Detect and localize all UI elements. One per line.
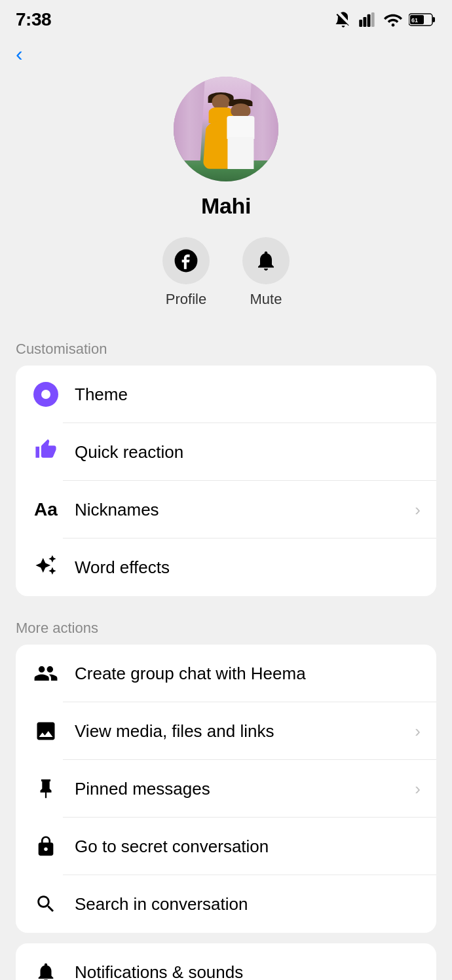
- word-effects-icon-container: [31, 553, 60, 582]
- media-icon: [34, 719, 58, 743]
- more-actions-title: More actions: [16, 620, 436, 637]
- group-icon: [33, 661, 58, 686]
- pinned-messages-chevron: ›: [415, 779, 421, 799]
- back-arrow[interactable]: ‹: [16, 42, 23, 66]
- profile-section: Mahi Profile Mute: [0, 70, 452, 328]
- notifications-icon-container: [31, 958, 60, 980]
- customisation-title: Customisation: [16, 341, 436, 358]
- customisation-section: Customisation Theme Quick reaction: [0, 328, 452, 607]
- more-actions-list: Create group chat with Heema View media,…: [16, 645, 436, 933]
- pin-icon: [35, 778, 57, 800]
- lock-icon-container: [31, 832, 60, 861]
- signal-icon: [359, 12, 377, 27]
- theme-list-item[interactable]: Theme: [16, 366, 436, 423]
- notifications-sounds-label: Notifications & sounds: [75, 962, 421, 981]
- group-icon-container: [31, 659, 60, 688]
- status-bar: 7:38 61: [0, 0, 452, 35]
- theme-icon-container: [31, 380, 60, 409]
- bell-outline-icon: [35, 961, 57, 980]
- svg-rect-3: [371, 12, 375, 27]
- profile-action-button[interactable]: Profile: [162, 237, 210, 308]
- profile-name: Mahi: [201, 193, 251, 219]
- view-media-list-item[interactable]: View media, files and links ›: [16, 702, 436, 760]
- nicknames-list-item[interactable]: Aa Nicknames ›: [16, 481, 436, 538]
- svg-rect-1: [363, 17, 366, 27]
- quick-reaction-icon-container: [31, 438, 60, 466]
- mute-icon: [334, 10, 352, 29]
- wifi-icon: [384, 12, 402, 27]
- profile-action-circle: [162, 237, 210, 284]
- status-icons: 61: [334, 10, 436, 29]
- create-group-label: Create group chat with Heema: [75, 664, 421, 684]
- quick-reaction-list-item[interactable]: Quick reaction: [16, 423, 436, 481]
- status-time: 7:38: [16, 9, 51, 30]
- theme-label: Theme: [75, 385, 421, 405]
- nicknames-icon-container: Aa: [31, 495, 60, 524]
- pinned-messages-list-item[interactable]: Pinned messages ›: [16, 760, 436, 818]
- quick-reaction-label: Quick reaction: [75, 442, 421, 462]
- nicknames-chevron: ›: [415, 500, 421, 520]
- mute-action-label: Mute: [250, 291, 282, 308]
- more-actions-section: More actions Create group chat with Heem…: [0, 607, 452, 943]
- view-media-chevron: ›: [415, 721, 421, 742]
- svg-rect-5: [432, 17, 435, 22]
- battery-icon: 61: [409, 12, 436, 27]
- search-icon: [35, 893, 57, 915]
- media-icon-container: [31, 717, 60, 745]
- sparkle-icon: [35, 554, 57, 581]
- notifications-sounds-list-item[interactable]: Notifications & sounds: [16, 943, 436, 980]
- secret-conversation-list-item[interactable]: Go to secret conversation: [16, 818, 436, 875]
- bell-icon: [254, 249, 278, 273]
- partial-section: Notifications & sounds: [0, 943, 452, 980]
- lock-icon: [35, 835, 57, 857]
- svg-text:61: 61: [411, 17, 418, 24]
- action-buttons: Profile Mute: [162, 237, 290, 308]
- customisation-list: Theme Quick reaction Aa Nicknames ›: [16, 366, 436, 596]
- svg-rect-2: [367, 14, 371, 27]
- avatar[interactable]: [174, 77, 278, 181]
- facebook-icon: [174, 248, 198, 273]
- view-media-label: View media, files and links: [75, 721, 415, 742]
- secret-conversation-label: Go to secret conversation: [75, 837, 421, 857]
- search-conversation-list-item[interactable]: Search in conversation: [16, 875, 436, 933]
- pinned-messages-label: Pinned messages: [75, 779, 415, 799]
- search-icon-container: [31, 890, 60, 918]
- create-group-list-item[interactable]: Create group chat with Heema: [16, 645, 436, 702]
- svg-rect-0: [359, 20, 362, 27]
- mute-action-circle: [242, 237, 290, 284]
- search-conversation-label: Search in conversation: [75, 894, 421, 914]
- profile-action-label: Profile: [166, 291, 206, 308]
- aa-icon: Aa: [34, 499, 58, 520]
- nicknames-label: Nicknames: [75, 500, 415, 520]
- thumbup-icon: [35, 438, 57, 466]
- mute-action-button[interactable]: Mute: [242, 237, 290, 308]
- theme-icon: [33, 382, 58, 407]
- pin-icon-container: [31, 774, 60, 803]
- back-button-container: ‹: [0, 35, 452, 70]
- word-effects-label: Word effects: [75, 557, 421, 578]
- word-effects-list-item[interactable]: Word effects: [16, 538, 436, 596]
